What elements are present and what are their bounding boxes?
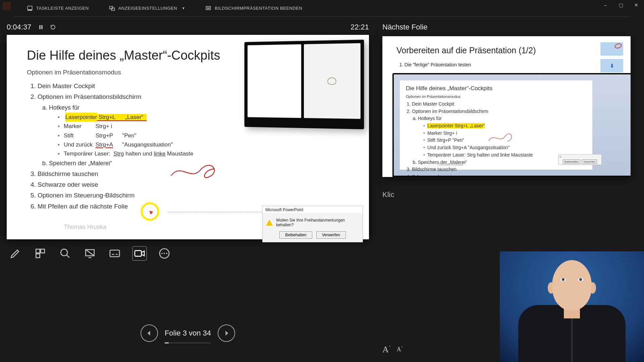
notes-placeholder[interactable]: Klic: [382, 190, 631, 199]
svg-point-15: [161, 253, 163, 254]
svg-rect-7: [36, 249, 40, 253]
prev-slide-button[interactable]: [141, 324, 158, 342]
svg-rect-13: [135, 251, 142, 256]
list-item: Temporärer Laser: Strg halten und linke …: [58, 149, 349, 158]
list-item: Die "fertige" Präsentation testen: [405, 62, 616, 67]
slide-author: Thomas Hruska: [64, 224, 106, 231]
next-slide-heading: Nächste Folie: [382, 17, 631, 36]
list-item: Optionen im Steuerung-Bildschirm: [38, 190, 349, 201]
ink-scribble: [168, 159, 228, 182]
list-item: Und zurück Strg+A "Ausgangssituation": [58, 140, 349, 149]
svg-point-10: [61, 249, 67, 256]
current-slide[interactable]: Die Hilfe deines „Master“-Cockpits Optio…: [7, 35, 369, 239]
show-taskbar-button[interactable]: TASKLEISTE ANZEIGEN: [27, 5, 89, 11]
dialog-title: Microsoft PowerPoint: [263, 206, 363, 214]
list-item: Stift Strg+P "Pen": [58, 131, 349, 140]
display-settings-icon: [109, 5, 115, 11]
presenter-toolbar: [7, 239, 369, 267]
decrease-font-button[interactable]: A˅: [397, 346, 403, 356]
svg-rect-0: [28, 6, 32, 10]
show-taskbar-label: TASKLEISTE ANZEIGEN: [36, 6, 89, 11]
next-slide-button[interactable]: [218, 324, 235, 342]
end-show-label: BILDSCHIRMPRÄSENTATION BEENDEN: [215, 6, 302, 11]
presenter-topbar: TASKLEISTE ANZEIGEN ANZEIGEEINSTELLUNGEN…: [13, 0, 631, 17]
arrow-down-icon: ⬇: [610, 63, 614, 69]
warning-icon: [266, 220, 273, 226]
svg-rect-6: [42, 25, 43, 29]
wall-clock: 22:21: [351, 23, 369, 32]
chevron-down-icon: ▼: [182, 6, 185, 10]
taskbar-icon: [27, 5, 33, 11]
notes-font-controls: A˄ A˅: [382, 345, 403, 355]
display-settings-button[interactable]: ANZEIGEEINSTELLUNGEN ▼: [109, 5, 185, 11]
maximize-button[interactable]: ▢: [613, 0, 629, 10]
svg-rect-8: [41, 249, 44, 253]
dialog-message: Wollen Sie Ihre Freihandanmerkungen beha…: [276, 218, 359, 227]
end-show-icon: [205, 5, 211, 11]
slide-counter: Folie 3 von 34: [165, 329, 211, 338]
brain-icon: [327, 77, 336, 85]
svg-point-16: [164, 253, 165, 254]
dialog-discard-button[interactable]: Verwerfen: [316, 231, 346, 239]
next-slide-preview[interactable]: Vorbereiten auf die Präsentation (1/2) D…: [382, 36, 631, 177]
embedded-photo: Die Hilfe deines „Master“-Cockpits Optio…: [392, 73, 631, 177]
ink-scribble: [487, 131, 517, 144]
zoom-button[interactable]: [58, 247, 72, 260]
svg-rect-12: [110, 250, 119, 257]
next-slide-title: Vorbereiten auf die Präsentation (1/2): [396, 46, 616, 55]
app-logo: [3, 2, 11, 10]
see-all-slides-button[interactable]: [34, 247, 47, 260]
svg-point-17: [166, 253, 167, 254]
laser-pointer-spotlight: [141, 202, 159, 221]
increase-font-button[interactable]: A˄: [382, 345, 391, 355]
monitor-illustration: [245, 40, 364, 129]
subtitles-button[interactable]: [108, 247, 121, 260]
black-screen-button[interactable]: [83, 247, 97, 260]
end-show-button[interactable]: BILDSCHIRMPRÄSENTATION BEENDEN: [205, 5, 302, 11]
timer-row: 0:04:37 22:21: [7, 17, 369, 35]
reset-timer-button[interactable]: [49, 23, 57, 31]
presenter-webcam[interactable]: [500, 251, 644, 362]
dialog-keep-button[interactable]: Beibehalten: [279, 231, 312, 239]
display-settings-label: ANZEIGEEINSTELLUNGEN: [118, 6, 177, 11]
slide-progress: [165, 342, 211, 344]
svg-rect-5: [40, 25, 41, 29]
elapsed-time: 0:04:37: [7, 23, 31, 32]
save-ink-dialog: Microsoft PowerPoint Wollen Sie Ihre Fre…: [262, 206, 363, 242]
slide-navigation: Folie 3 von 34: [7, 324, 369, 342]
pause-timer-button[interactable]: [37, 23, 45, 31]
close-button[interactable]: ✕: [629, 0, 644, 10]
camera-button[interactable]: [133, 247, 146, 260]
pen-tool-button[interactable]: [9, 247, 22, 260]
svg-rect-9: [36, 254, 40, 257]
more-options-button[interactable]: [158, 247, 171, 260]
svg-rect-1: [28, 9, 32, 10]
minimize-button[interactable]: –: [598, 0, 613, 10]
connector-line: [168, 212, 268, 212]
